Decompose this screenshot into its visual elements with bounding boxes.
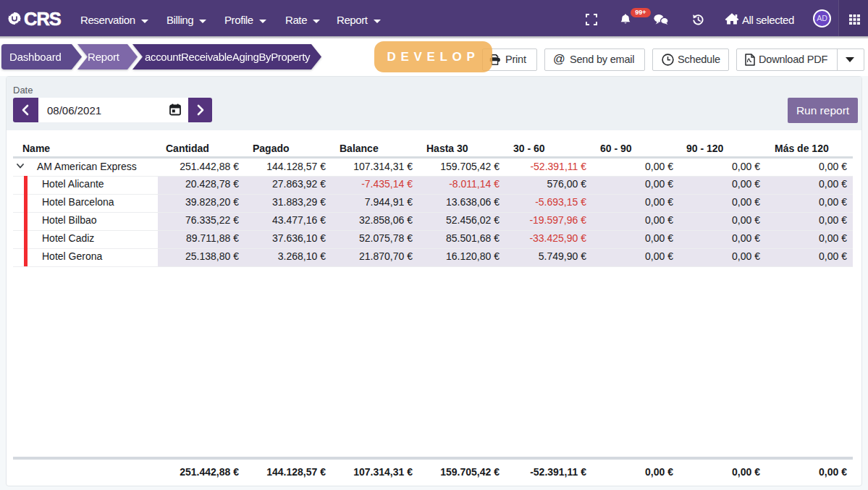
svg-text:accountReceivableAgingByProper: accountReceivableAgingByProperty	[145, 51, 311, 63]
svg-text:Report: Report	[88, 51, 120, 63]
svg-text:Dashboard: Dashboard	[9, 51, 62, 63]
